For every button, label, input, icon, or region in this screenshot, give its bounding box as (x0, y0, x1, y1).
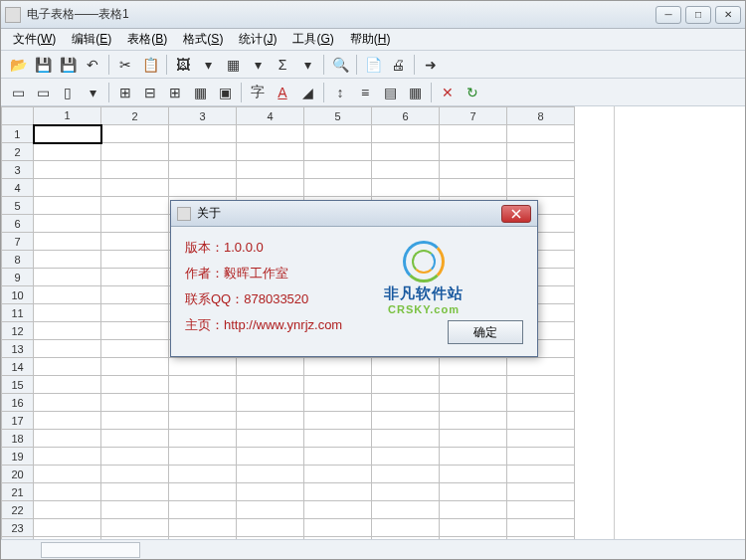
cell-2-2[interactable] (101, 143, 169, 161)
cell-20-6[interactable] (372, 466, 440, 483)
font-color-icon[interactable]: A (272, 82, 293, 103)
cell-22-7[interactable] (440, 501, 507, 519)
cell-15-6[interactable] (372, 376, 440, 394)
cell-3-7[interactable] (440, 161, 507, 179)
row-delete-icon[interactable]: ▭ (32, 82, 54, 103)
cell-17-7[interactable] (440, 412, 507, 430)
search-icon[interactable]: 🔍 (329, 54, 351, 76)
cell-12-1[interactable] (34, 322, 101, 340)
row-head-20[interactable]: 20 (2, 466, 34, 483)
cell-1-6[interactable] (372, 125, 440, 143)
cell-16-8[interactable] (507, 394, 575, 412)
cell-14-2[interactable] (101, 358, 169, 376)
cell-17-3[interactable] (169, 412, 237, 430)
cell-1-8[interactable] (507, 125, 575, 143)
row-head-3[interactable]: 3 (2, 161, 34, 179)
cell-19-5[interactable] (304, 448, 372, 466)
row-head-13[interactable]: 13 (2, 340, 34, 358)
cell-19-1[interactable] (34, 448, 101, 466)
row-head-21[interactable]: 21 (2, 483, 34, 501)
cell-23-5[interactable] (304, 519, 372, 537)
cell-9-2[interactable] (101, 269, 169, 286)
refresh-icon[interactable]: ↻ (462, 82, 483, 103)
merge-icon[interactable]: ⊞ (114, 82, 136, 103)
menu-b[interactable]: 表格(B) (121, 29, 173, 50)
cell-18-5[interactable] (304, 430, 372, 448)
cell-15-2[interactable] (101, 376, 169, 394)
row-head-9[interactable]: 9 (2, 269, 34, 286)
cell-1-7[interactable] (440, 125, 507, 143)
cell-11-2[interactable] (101, 304, 169, 322)
cell-23-8[interactable] (507, 519, 575, 537)
cell-14-3[interactable] (169, 358, 237, 376)
row-head-22[interactable]: 22 (2, 501, 34, 519)
cell-18-3[interactable] (169, 430, 237, 448)
cell-14-4[interactable] (237, 358, 304, 376)
cut-icon[interactable]: ✂ (114, 54, 136, 76)
cell-2-8[interactable] (507, 143, 575, 161)
cell-17-6[interactable] (372, 412, 440, 430)
cell-23-4[interactable] (237, 519, 304, 537)
cell-22-4[interactable] (237, 501, 304, 519)
row-head-4[interactable]: 4 (2, 179, 34, 197)
cell-3-4[interactable] (237, 161, 304, 179)
cell-5-1[interactable] (34, 197, 101, 215)
row-head-6[interactable]: 6 (2, 215, 34, 233)
down-icon[interactable]: ▾ (296, 54, 318, 76)
cell-15-8[interactable] (507, 376, 575, 394)
cell-16-2[interactable] (101, 394, 169, 412)
cell-4-3[interactable] (169, 179, 237, 197)
row-head-11[interactable]: 11 (2, 304, 34, 322)
cell-15-3[interactable] (169, 376, 237, 394)
cell-1-4[interactable] (237, 125, 304, 143)
cell-14-8[interactable] (507, 358, 575, 376)
menu-h[interactable]: 帮助(H) (344, 29, 397, 50)
cell-23-6[interactable] (372, 519, 440, 537)
cell-23-7[interactable] (440, 519, 507, 537)
cell-19-6[interactable] (372, 448, 440, 466)
cell-24-4[interactable] (237, 537, 304, 540)
cell-15-7[interactable] (440, 376, 507, 394)
cell-20-4[interactable] (237, 466, 304, 483)
row-head-17[interactable]: 17 (2, 412, 34, 430)
cell-4-8[interactable] (507, 179, 575, 197)
cell-13-2[interactable] (101, 340, 169, 358)
cell-16-1[interactable] (34, 394, 101, 412)
cell-3-3[interactable] (169, 161, 237, 179)
cell-19-3[interactable] (169, 448, 237, 466)
cell-4-1[interactable] (34, 179, 101, 197)
cell-5-2[interactable] (101, 197, 169, 215)
bg-color-icon[interactable]: ◢ (296, 82, 318, 103)
row-head-8[interactable]: 8 (2, 251, 34, 269)
menu-j[interactable]: 统计(J) (233, 29, 282, 50)
cell-21-4[interactable] (237, 483, 304, 501)
cell-3-6[interactable] (372, 161, 440, 179)
cell-24-1[interactable] (34, 537, 101, 540)
cell-8-2[interactable] (101, 251, 169, 269)
dialog-titlebar[interactable]: 关于 (171, 201, 537, 227)
sort-icon[interactable]: ↕ (329, 82, 351, 103)
cell-21-5[interactable] (304, 483, 372, 501)
col-head-6[interactable]: 6 (372, 107, 440, 125)
cell-21-1[interactable] (34, 483, 101, 501)
cell-21-7[interactable] (440, 483, 507, 501)
menu-e[interactable]: 编辑(E) (66, 29, 117, 50)
row-head-18[interactable]: 18 (2, 430, 34, 448)
row-head-7[interactable]: 7 (2, 233, 34, 251)
fill-icon[interactable]: ▦ (189, 82, 211, 103)
cell-12-2[interactable] (101, 322, 169, 340)
minimize-button[interactable]: ─ (655, 6, 681, 24)
row-head-14[interactable]: 14 (2, 358, 34, 376)
cell-1-1[interactable] (34, 125, 101, 143)
cell-8-1[interactable] (34, 251, 101, 269)
cell-1-2[interactable] (101, 125, 169, 143)
cell-7-1[interactable] (34, 233, 101, 251)
cell-16-3[interactable] (169, 394, 237, 412)
col-head-7[interactable]: 7 (440, 107, 507, 125)
row-insert-icon[interactable]: ▭ (7, 82, 29, 103)
align-icon[interactable]: ≡ (354, 82, 376, 103)
open-icon[interactable]: 📂 (7, 54, 29, 76)
cell-10-2[interactable] (101, 286, 169, 304)
cell-6-2[interactable] (101, 215, 169, 233)
cell-17-1[interactable] (34, 412, 101, 430)
